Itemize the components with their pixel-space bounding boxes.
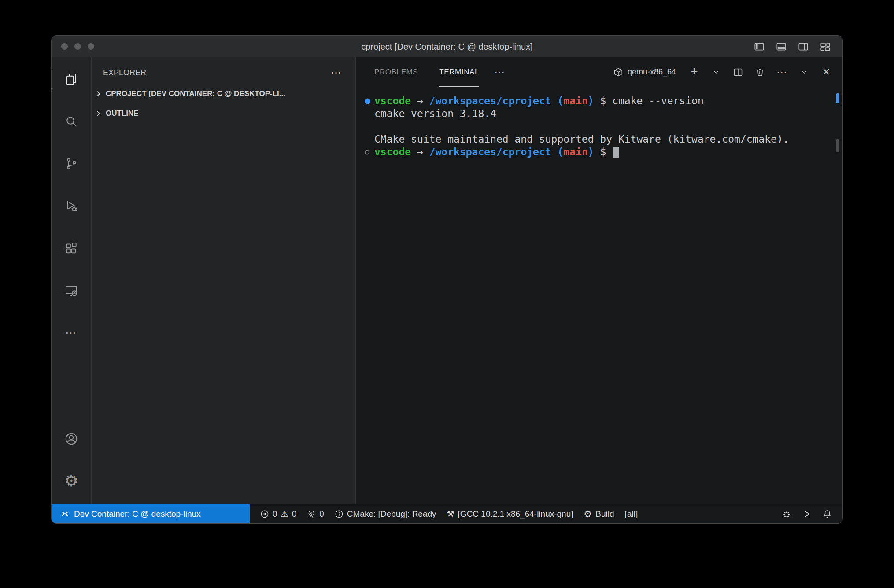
chevron-down-icon <box>713 69 720 76</box>
prompt-arrow: → <box>417 95 423 107</box>
toggle-panel-icon[interactable] <box>776 41 787 52</box>
prompt-paren: ( <box>557 146 563 158</box>
error-count: 0 <box>273 509 277 519</box>
hide-panel-button[interactable] <box>798 66 811 79</box>
explorer-section-outline[interactable]: OUTLINE <box>92 103 355 123</box>
activity-settings[interactable]: ⚙ <box>52 463 91 499</box>
scrollbar-thumb[interactable] <box>836 139 839 152</box>
scrollbar-decoration <box>836 93 839 103</box>
remote-explorer-icon <box>64 283 78 298</box>
remote-label: Dev Container: C @ desktop-linux <box>74 509 201 519</box>
titlebar: cproject [Dev Container: C @ desktop-lin… <box>52 36 842 57</box>
play-icon <box>802 510 811 518</box>
terminal-profile-selector[interactable]: qemu-x86_64 <box>613 67 676 77</box>
terminal-line-output: cmake version 3.18.4 <box>374 107 829 120</box>
activity-source-control[interactable] <box>52 146 91 181</box>
command-decoration-icon[interactable] <box>365 150 369 154</box>
terminal-profile-dropdown[interactable] <box>709 66 723 79</box>
maximize-window-button[interactable] <box>88 43 94 50</box>
section-label: CPROJECT [DEV CONTAINER: C @ DESKTOP-LI.… <box>106 89 285 98</box>
activity-extensions[interactable] <box>52 231 91 266</box>
close-icon: ✕ <box>822 67 830 77</box>
panel-more-actions-button[interactable]: ⋯ <box>776 66 789 79</box>
cmake-build-target[interactable]: [all] <box>625 509 638 519</box>
prompt-path: /workspaces/cproject <box>429 95 551 107</box>
error-icon <box>260 510 269 518</box>
customize-layout-icon[interactable] <box>820 41 831 52</box>
explorer-sidebar: EXPLORER ⋯ CPROJECT [DEV CONTAINER: C @ … <box>92 57 356 504</box>
minimize-window-button[interactable] <box>74 43 81 50</box>
panel-header: PROBLEMS TERMINAL ⋯ <box>356 57 842 87</box>
activity-bar: ⋯ ⚙ <box>52 57 92 504</box>
prompt-path: /workspaces/cproject <box>429 146 551 158</box>
debug-target-button[interactable] <box>782 510 791 518</box>
prompt-branch: main <box>563 95 587 107</box>
cmake-status-label: CMake: [Debug]: Ready <box>347 509 436 519</box>
activity-explorer[interactable] <box>52 62 91 97</box>
more-icon: ⋯ <box>776 67 788 77</box>
activity-accounts[interactable] <box>52 421 91 456</box>
cmake-kit[interactable]: ⚒ [GCC 10.2.1 x86_64-linux-gnu] <box>447 509 573 519</box>
toggle-secondary-sidebar-icon[interactable] <box>798 41 809 52</box>
activity-search[interactable] <box>52 104 91 139</box>
kit-label: [GCC 10.2.1 x86_64-linux-gnu] <box>458 509 573 519</box>
chevron-down-icon <box>800 68 808 76</box>
desktop-background: cproject [Dev Container: C @ desktop-lin… <box>0 0 894 588</box>
split-terminal-button[interactable] <box>731 66 745 79</box>
warning-icon: ⚠ <box>281 510 288 518</box>
close-window-button[interactable] <box>61 43 68 50</box>
kill-terminal-button[interactable] <box>754 66 767 79</box>
notifications-button[interactable] <box>823 509 832 518</box>
sidebar-more-icon[interactable]: ⋯ <box>331 66 341 79</box>
info-icon <box>335 510 344 518</box>
window-title: cproject [Dev Container: C @ desktop-lin… <box>361 41 532 51</box>
extensions-icon <box>64 241 78 255</box>
radio-tower-icon <box>307 510 316 518</box>
remote-icon <box>60 509 70 518</box>
new-terminal-button[interactable]: + <box>687 66 701 79</box>
cmake-status[interactable]: CMake: [Debug]: Ready <box>335 509 436 519</box>
prompt-dollar: $ <box>600 95 606 107</box>
tab-terminal[interactable]: TERMINAL <box>439 57 479 87</box>
bug-icon <box>782 510 791 518</box>
layout-controls <box>754 41 842 52</box>
warning-count: 0 <box>292 509 297 519</box>
close-panel-button[interactable]: ✕ <box>820 66 833 79</box>
explorer-section-project[interactable]: CPROJECT [DEV CONTAINER: C @ DESKTOP-LI.… <box>92 84 355 103</box>
statusbar-items: 0 ⚠ 0 0 <box>250 504 638 523</box>
command-decoration-icon[interactable] <box>365 98 370 104</box>
bell-icon <box>823 509 832 518</box>
ports-indicator[interactable]: 0 <box>307 509 324 519</box>
cmake-build-button[interactable]: ⚙ Build <box>584 509 614 519</box>
terminal-line-command: vscode → /workspaces/cproject (main) $ c… <box>374 95 829 107</box>
statusbar-right <box>782 504 842 523</box>
launch-target-button[interactable] <box>802 510 811 518</box>
plus-icon: + <box>690 65 698 78</box>
cube-icon <box>613 67 623 77</box>
activity-run-debug[interactable] <box>52 188 91 224</box>
activity-more[interactable]: ⋯ <box>52 315 91 350</box>
prompt-branch: main <box>563 146 587 158</box>
terminal-line-prompt: vscode → /workspaces/cproject (main) $ <box>374 146 829 158</box>
terminal-viewport[interactable]: vscode → /workspaces/cproject (main) $ c… <box>356 87 842 504</box>
remote-indicator[interactable]: Dev Container: C @ desktop-linux <box>52 504 250 523</box>
panel-tabs-more-icon[interactable]: ⋯ <box>494 66 505 78</box>
terminal-profile-name: qemu-x86_64 <box>628 67 676 77</box>
toggle-sidebar-icon[interactable] <box>754 41 765 52</box>
prompt-paren: ) <box>588 95 594 107</box>
prompt-user: vscode <box>374 95 411 107</box>
prompt-dollar: $ <box>600 146 606 158</box>
status-bar: Dev Container: C @ desktop-linux 0 ⚠ 0 <box>52 504 842 523</box>
problems-indicator[interactable]: 0 ⚠ 0 <box>260 509 296 519</box>
prompt-paren: ( <box>557 95 563 107</box>
panel-tabs: PROBLEMS TERMINAL <box>374 57 479 87</box>
tools-icon: ⚒ <box>447 510 454 518</box>
build-label: Build <box>595 509 614 519</box>
tab-problems[interactable]: PROBLEMS <box>374 57 418 87</box>
run-debug-icon <box>64 199 78 213</box>
source-control-icon <box>64 157 78 171</box>
section-label: OUTLINE <box>106 109 139 118</box>
terminal-line-blank <box>374 120 829 133</box>
gear-icon: ⚙ <box>64 473 78 489</box>
activity-remote-explorer[interactable] <box>52 273 91 308</box>
